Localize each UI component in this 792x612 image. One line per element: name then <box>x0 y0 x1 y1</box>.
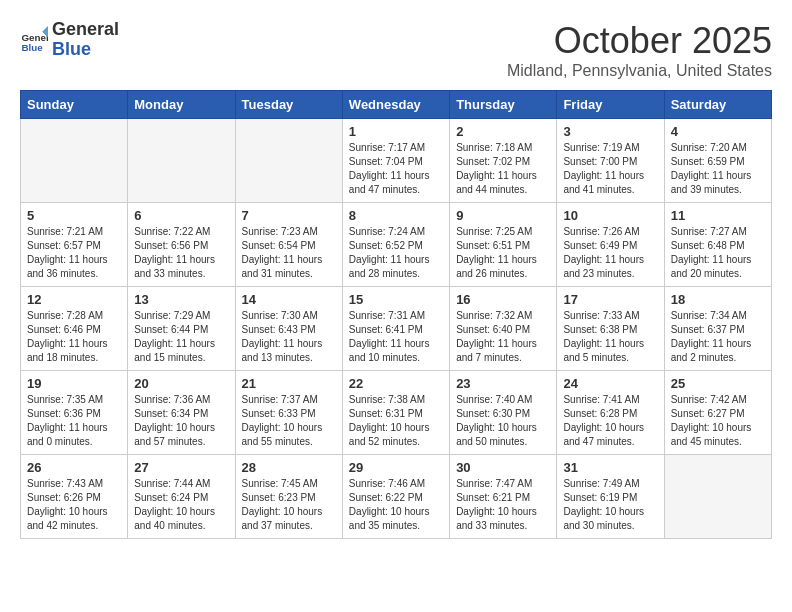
calendar-day-cell: 26Sunrise: 7:43 AM Sunset: 6:26 PM Dayli… <box>21 455 128 539</box>
day-info: Sunrise: 7:17 AM Sunset: 7:04 PM Dayligh… <box>349 141 443 197</box>
logo-blue: Blue <box>52 39 91 59</box>
calendar-day-cell: 10Sunrise: 7:26 AM Sunset: 6:49 PM Dayli… <box>557 203 664 287</box>
day-info: Sunrise: 7:41 AM Sunset: 6:28 PM Dayligh… <box>563 393 657 449</box>
weekday-header-wednesday: Wednesday <box>342 91 449 119</box>
day-number: 29 <box>349 460 443 475</box>
calendar-day-cell: 9Sunrise: 7:25 AM Sunset: 6:51 PM Daylig… <box>450 203 557 287</box>
day-info: Sunrise: 7:37 AM Sunset: 6:33 PM Dayligh… <box>242 393 336 449</box>
day-number: 23 <box>456 376 550 391</box>
day-number: 1 <box>349 124 443 139</box>
day-info: Sunrise: 7:22 AM Sunset: 6:56 PM Dayligh… <box>134 225 228 281</box>
day-number: 7 <box>242 208 336 223</box>
day-info: Sunrise: 7:33 AM Sunset: 6:38 PM Dayligh… <box>563 309 657 365</box>
calendar-day-cell: 7Sunrise: 7:23 AM Sunset: 6:54 PM Daylig… <box>235 203 342 287</box>
calendar-day-cell: 25Sunrise: 7:42 AM Sunset: 6:27 PM Dayli… <box>664 371 771 455</box>
day-number: 17 <box>563 292 657 307</box>
day-number: 5 <box>27 208 121 223</box>
logo-general: General <box>52 19 119 39</box>
day-number: 9 <box>456 208 550 223</box>
calendar-table: SundayMondayTuesdayWednesdayThursdayFrid… <box>20 90 772 539</box>
day-number: 8 <box>349 208 443 223</box>
calendar-day-cell <box>235 119 342 203</box>
calendar-day-cell <box>128 119 235 203</box>
day-number: 31 <box>563 460 657 475</box>
day-info: Sunrise: 7:36 AM Sunset: 6:34 PM Dayligh… <box>134 393 228 449</box>
day-info: Sunrise: 7:18 AM Sunset: 7:02 PM Dayligh… <box>456 141 550 197</box>
day-info: Sunrise: 7:27 AM Sunset: 6:48 PM Dayligh… <box>671 225 765 281</box>
day-info: Sunrise: 7:47 AM Sunset: 6:21 PM Dayligh… <box>456 477 550 533</box>
day-info: Sunrise: 7:20 AM Sunset: 6:59 PM Dayligh… <box>671 141 765 197</box>
day-number: 24 <box>563 376 657 391</box>
day-number: 20 <box>134 376 228 391</box>
day-info: Sunrise: 7:29 AM Sunset: 6:44 PM Dayligh… <box>134 309 228 365</box>
calendar-day-cell: 3Sunrise: 7:19 AM Sunset: 7:00 PM Daylig… <box>557 119 664 203</box>
month-title: October 2025 <box>507 20 772 62</box>
calendar-week-row: 1Sunrise: 7:17 AM Sunset: 7:04 PM Daylig… <box>21 119 772 203</box>
day-info: Sunrise: 7:38 AM Sunset: 6:31 PM Dayligh… <box>349 393 443 449</box>
calendar-day-cell: 6Sunrise: 7:22 AM Sunset: 6:56 PM Daylig… <box>128 203 235 287</box>
day-info: Sunrise: 7:40 AM Sunset: 6:30 PM Dayligh… <box>456 393 550 449</box>
day-info: Sunrise: 7:34 AM Sunset: 6:37 PM Dayligh… <box>671 309 765 365</box>
weekday-header-friday: Friday <box>557 91 664 119</box>
weekday-header-tuesday: Tuesday <box>235 91 342 119</box>
day-info: Sunrise: 7:25 AM Sunset: 6:51 PM Dayligh… <box>456 225 550 281</box>
calendar-week-row: 12Sunrise: 7:28 AM Sunset: 6:46 PM Dayli… <box>21 287 772 371</box>
day-number: 14 <box>242 292 336 307</box>
day-info: Sunrise: 7:43 AM Sunset: 6:26 PM Dayligh… <box>27 477 121 533</box>
calendar-day-cell: 13Sunrise: 7:29 AM Sunset: 6:44 PM Dayli… <box>128 287 235 371</box>
day-info: Sunrise: 7:21 AM Sunset: 6:57 PM Dayligh… <box>27 225 121 281</box>
calendar-day-cell: 16Sunrise: 7:32 AM Sunset: 6:40 PM Dayli… <box>450 287 557 371</box>
day-info: Sunrise: 7:31 AM Sunset: 6:41 PM Dayligh… <box>349 309 443 365</box>
calendar-day-cell: 28Sunrise: 7:45 AM Sunset: 6:23 PM Dayli… <box>235 455 342 539</box>
weekday-header-thursday: Thursday <box>450 91 557 119</box>
logo: General Blue General Blue <box>20 20 119 60</box>
calendar-day-cell <box>664 455 771 539</box>
day-number: 30 <box>456 460 550 475</box>
calendar-day-cell: 22Sunrise: 7:38 AM Sunset: 6:31 PM Dayli… <box>342 371 449 455</box>
day-number: 19 <box>27 376 121 391</box>
day-info: Sunrise: 7:19 AM Sunset: 7:00 PM Dayligh… <box>563 141 657 197</box>
day-number: 6 <box>134 208 228 223</box>
calendar-day-cell: 29Sunrise: 7:46 AM Sunset: 6:22 PM Dayli… <box>342 455 449 539</box>
day-info: Sunrise: 7:28 AM Sunset: 6:46 PM Dayligh… <box>27 309 121 365</box>
calendar-week-row: 19Sunrise: 7:35 AM Sunset: 6:36 PM Dayli… <box>21 371 772 455</box>
day-number: 11 <box>671 208 765 223</box>
day-info: Sunrise: 7:46 AM Sunset: 6:22 PM Dayligh… <box>349 477 443 533</box>
day-number: 22 <box>349 376 443 391</box>
day-info: Sunrise: 7:26 AM Sunset: 6:49 PM Dayligh… <box>563 225 657 281</box>
day-number: 2 <box>456 124 550 139</box>
day-number: 10 <box>563 208 657 223</box>
day-number: 4 <box>671 124 765 139</box>
calendar-day-cell: 27Sunrise: 7:44 AM Sunset: 6:24 PM Dayli… <box>128 455 235 539</box>
calendar-day-cell: 19Sunrise: 7:35 AM Sunset: 6:36 PM Dayli… <box>21 371 128 455</box>
day-info: Sunrise: 7:32 AM Sunset: 6:40 PM Dayligh… <box>456 309 550 365</box>
day-info: Sunrise: 7:42 AM Sunset: 6:27 PM Dayligh… <box>671 393 765 449</box>
calendar-day-cell: 8Sunrise: 7:24 AM Sunset: 6:52 PM Daylig… <box>342 203 449 287</box>
calendar-day-cell: 12Sunrise: 7:28 AM Sunset: 6:46 PM Dayli… <box>21 287 128 371</box>
calendar-day-cell: 5Sunrise: 7:21 AM Sunset: 6:57 PM Daylig… <box>21 203 128 287</box>
weekday-header-saturday: Saturday <box>664 91 771 119</box>
weekday-header-monday: Monday <box>128 91 235 119</box>
calendar-week-row: 26Sunrise: 7:43 AM Sunset: 6:26 PM Dayli… <box>21 455 772 539</box>
day-number: 18 <box>671 292 765 307</box>
calendar-day-cell: 4Sunrise: 7:20 AM Sunset: 6:59 PM Daylig… <box>664 119 771 203</box>
day-number: 13 <box>134 292 228 307</box>
calendar-day-cell: 20Sunrise: 7:36 AM Sunset: 6:34 PM Dayli… <box>128 371 235 455</box>
calendar-day-cell: 21Sunrise: 7:37 AM Sunset: 6:33 PM Dayli… <box>235 371 342 455</box>
calendar-week-row: 5Sunrise: 7:21 AM Sunset: 6:57 PM Daylig… <box>21 203 772 287</box>
day-info: Sunrise: 7:30 AM Sunset: 6:43 PM Dayligh… <box>242 309 336 365</box>
day-info: Sunrise: 7:35 AM Sunset: 6:36 PM Dayligh… <box>27 393 121 449</box>
day-number: 12 <box>27 292 121 307</box>
day-number: 28 <box>242 460 336 475</box>
calendar-day-cell: 2Sunrise: 7:18 AM Sunset: 7:02 PM Daylig… <box>450 119 557 203</box>
day-info: Sunrise: 7:24 AM Sunset: 6:52 PM Dayligh… <box>349 225 443 281</box>
calendar-day-cell: 1Sunrise: 7:17 AM Sunset: 7:04 PM Daylig… <box>342 119 449 203</box>
weekday-header-row: SundayMondayTuesdayWednesdayThursdayFrid… <box>21 91 772 119</box>
day-number: 15 <box>349 292 443 307</box>
calendar-day-cell: 17Sunrise: 7:33 AM Sunset: 6:38 PM Dayli… <box>557 287 664 371</box>
logo-icon: General Blue <box>20 26 48 54</box>
weekday-header-sunday: Sunday <box>21 91 128 119</box>
day-number: 21 <box>242 376 336 391</box>
svg-text:Blue: Blue <box>21 42 43 53</box>
day-info: Sunrise: 7:45 AM Sunset: 6:23 PM Dayligh… <box>242 477 336 533</box>
